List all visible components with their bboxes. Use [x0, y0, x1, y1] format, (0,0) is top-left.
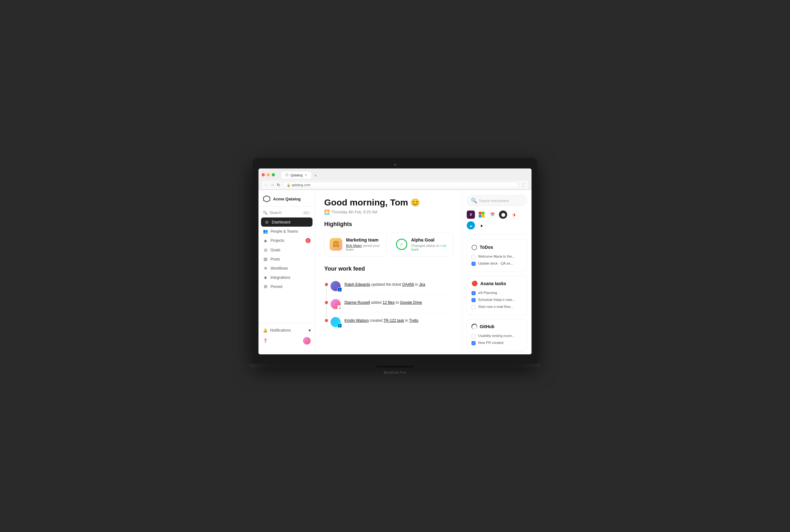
greeting-text: Good morning, Tom — [324, 197, 408, 208]
asana-widget: 🔴 Asana tasks ✓ w9 Planning ✓ Schedule f… — [467, 276, 527, 315]
url-text: qatalog.com — [292, 183, 311, 187]
google-drive-icon[interactable]: ▲ — [478, 221, 486, 229]
sidebar: Acme Qatalog 🔍 Search ⌘K ⊙ Dashboard — [258, 190, 315, 354]
tab-close-button[interactable]: ✕ — [305, 173, 307, 177]
github-item-1[interactable]: Usability testing excer... — [471, 332, 522, 340]
github-checkbox-2[interactable]: ✓ — [471, 341, 476, 345]
feed-item-kristin: T Kristin Watson created TR-122 task in … — [330, 313, 453, 331]
sidebar-notifications[interactable]: 🔔 Notifications — [258, 326, 315, 335]
sidebar-item-workflows[interactable]: ≋ Workflows — [258, 264, 315, 273]
microsoft-icon[interactable] — [478, 210, 486, 219]
sidebar-logo: Acme Qatalog — [258, 195, 315, 207]
refresh-button[interactable]: ↻ — [277, 183, 280, 187]
screen: ⬡ Qatalog ✕ + ← → ↻ 🔒 qatalog.com — [258, 169, 532, 354]
marketing-icon: 🍔 — [330, 238, 342, 251]
svg-rect-3 — [482, 212, 484, 215]
sidebar-item-projects[interactable]: ◈ Projects 2 — [258, 236, 315, 245]
dianne-link[interactable]: Dianne Russell — [344, 300, 370, 305]
browser-nav: ← → ↻ 🔒 qatalog.com ⋮ — [262, 180, 528, 190]
figma-icon[interactable]: ◑ — [510, 210, 518, 219]
trello-link[interactable]: Trello — [409, 318, 419, 323]
jira-link[interactable]: Jira — [419, 282, 425, 287]
qa456-link[interactable]: QA456 — [402, 282, 414, 287]
minimize-dot[interactable] — [267, 173, 270, 176]
browser-tab-active[interactable]: ⬡ Qatalog ✕ — [281, 171, 312, 178]
salesforce-icon[interactable]: ☁ — [467, 221, 475, 229]
svg-marker-0 — [264, 196, 270, 202]
person-link[interactable]: Bob Maier — [346, 244, 362, 247]
asana-text-2: Schedule friday's mee... — [478, 298, 515, 302]
sidebar-help[interactable]: ❓ — [258, 335, 315, 347]
todos-header: ◯ ToDos — [471, 244, 522, 250]
files-link[interactable]: 12 files — [383, 300, 395, 305]
sidebar-nav: ⊙ Dashboard 👥 People & Teams ◈ Projects … — [258, 217, 315, 323]
asana-item-3[interactable]: Start new e-mail flow... — [471, 303, 522, 310]
sidebar-item-label: People & Teams — [270, 229, 298, 234]
workflows-icon: ≋ — [263, 266, 268, 271]
sidebar-item-pinned[interactable]: ⊞ Pinned — [258, 282, 315, 291]
highlight-card-alpha[interactable]: ✓ Alpha Goal Changed status to • on trac… — [390, 232, 453, 257]
todo-item-1[interactable]: Welcome Maria to the... — [471, 253, 522, 260]
highlight-card-marketing[interactable]: 🍔 Marketing team Bob Maier joined your t… — [324, 232, 387, 257]
todo-checkbox-1[interactable] — [471, 255, 476, 259]
task-link[interactable]: TR-122 task — [383, 318, 404, 323]
svg-rect-5 — [482, 215, 484, 217]
search-everywhere-icon: 🔍 — [471, 197, 477, 204]
sidebar-item-label: Posts — [270, 257, 280, 261]
feed-list: J Ralph Edwards updated the ticket QA456… — [324, 277, 453, 331]
calendar-icon[interactable]: 📅 — [488, 210, 497, 219]
ralph-link[interactable]: Ralph Edwards — [344, 282, 370, 287]
search-everywhere-text: Search everywhere — [479, 199, 509, 203]
feed-dot-3 — [325, 319, 328, 322]
asana-checkbox-3[interactable] — [471, 305, 476, 309]
sidebar-search[interactable]: 🔍 Search ⌘K — [258, 208, 315, 217]
browser-more-icon[interactable]: ⋮ — [521, 182, 526, 188]
sidebar-item-dashboard[interactable]: ⊙ Dashboard — [261, 217, 312, 227]
notifications-icon: 🔔 — [263, 328, 268, 332]
forward-button[interactable]: → — [270, 183, 274, 187]
back-button[interactable]: ← — [264, 183, 268, 187]
github-icon[interactable]: ⬤ — [499, 210, 507, 219]
asana-item-2[interactable]: ✓ Schedule friday's mee... — [471, 297, 522, 303]
asana-icon: 🔴 — [471, 280, 478, 286]
browser-chrome: ⬡ Qatalog ✕ + ← → ↻ 🔒 qatalog.com — [258, 169, 532, 190]
highlights-grid: 🍔 Marketing team Bob Maier joined your t… — [324, 232, 453, 257]
help-icon: ❓ — [263, 339, 268, 343]
feed-text-dianne: Dianne Russell added 12 files to Google … — [344, 299, 422, 305]
app-icons-bar: # 📅 ⬤ ◑ ☁ ▲ — [467, 210, 527, 234]
tab-favicon: ⬡ — [285, 173, 289, 177]
svg-marker-1 — [339, 306, 340, 307]
todo-checkbox-2[interactable]: ✓ — [471, 262, 476, 266]
highlights-title: Highlights — [324, 221, 453, 228]
laptop-shell: ⬡ Qatalog ✕ + ← → ↻ 🔒 qatalog.com — [253, 158, 537, 374]
greeting-heading: Good morning, Tom 😊 — [324, 197, 453, 208]
github-item-2[interactable]: ✓ New PR created — [471, 340, 522, 346]
search-shortcut: ⌘K — [302, 211, 311, 215]
search-everywhere[interactable]: 🔍 Search everywhere — [467, 195, 527, 206]
github-checkbox-1[interactable] — [471, 334, 476, 338]
new-tab-button[interactable]: + — [312, 172, 319, 178]
sidebar-item-posts[interactable]: ▤ Posts — [258, 254, 315, 264]
address-bar[interactable]: 🔒 qatalog.com — [283, 182, 518, 188]
todo-text-1: Welcome Maria to the... — [478, 254, 515, 258]
feed-item-dianne: Dianne Russell added 12 files to Google … — [330, 295, 453, 313]
sidebar-item-people-teams[interactable]: 👥 People & Teams — [258, 227, 315, 236]
sidebar-item-goals[interactable]: ◎ Goals — [258, 245, 315, 254]
kristin-link[interactable]: Kristin Watson — [344, 318, 369, 323]
people-icon: 👥 — [263, 229, 268, 234]
marketing-name: Marketing team — [346, 238, 381, 243]
screen-bezel: ⬡ Qatalog ✕ + ← → ↻ 🔒 qatalog.com — [253, 158, 537, 364]
browser-controls: ⬡ Qatalog ✕ + — [262, 171, 528, 178]
sidebar-item-integrations[interactable]: ◈ Integrations — [258, 273, 315, 282]
user-avatar[interactable] — [303, 337, 311, 345]
slack-icon[interactable]: # — [467, 210, 475, 219]
drive-link[interactable]: Google Drive — [400, 300, 422, 305]
github-text-1: Usability testing excer... — [478, 334, 515, 338]
notification-dot — [309, 329, 311, 331]
asana-checkbox-2[interactable]: ✓ — [471, 298, 476, 302]
asana-checkbox-1[interactable]: ✓ — [471, 291, 476, 295]
asana-item-1[interactable]: ✓ w9 Planning — [471, 289, 522, 297]
close-dot[interactable] — [262, 173, 265, 176]
maximize-dot[interactable] — [272, 173, 275, 176]
todo-item-2[interactable]: ✓ Update deck - QA se... — [471, 260, 522, 267]
